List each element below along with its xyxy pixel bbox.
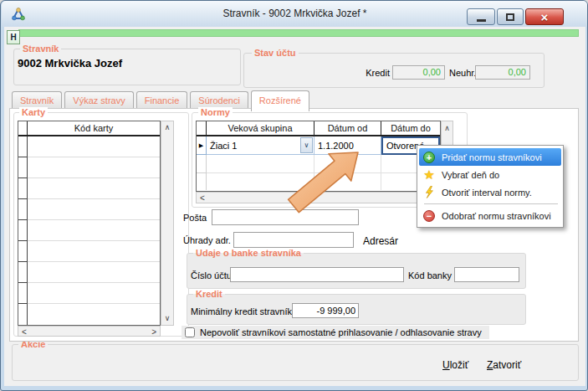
karty-empty-row[interactable] [28,241,160,262]
menu-item-odobrat-normu[interactable]: − Odobrať normu stravníkovi [419,207,561,224]
title-bar: Stravník - 9002 Mrkvička Jozef * × [2,1,588,27]
cislo-uctu-label: Číslo účtu [191,270,232,280]
banka-group-title: Udaje o banke stravníka [193,248,304,258]
scroll-up-icon[interactable]: ∧ [161,124,173,131]
adresar-button[interactable]: Adresár [363,235,398,247]
scroll-right-icon[interactable]: > [151,327,156,337]
scroll-left-icon[interactable]: < [22,327,27,337]
row-selector-icon: ▶ [197,136,207,155]
minimize-button[interactable] [467,8,495,25]
close-icon: × [541,11,549,23]
karty-empty-row[interactable] [28,220,160,241]
self-signup-label: Nepovoliť stravníkovi samostatné prihlas… [200,327,482,337]
normy-table: Veková skupina Dátum od Dátum do ▶ Žiaci… [196,121,441,192]
chevron-down-icon: ∨ [304,141,309,149]
karty-empty-row[interactable] [28,283,160,304]
menu-item-label: Pridať normu stravníkovi [442,152,542,162]
maximize-button[interactable] [497,8,524,25]
karty-vertical-scrollbar[interactable]: ∧ ∨ [161,121,174,326]
cell-datum-od[interactable]: 1.1.2000 [314,136,381,155]
karty-table: Kód karty [18,121,161,326]
kod-banky-label: Kód banky [408,270,452,280]
posta-label: Pošta [183,213,207,223]
tab-bar: Stravník Výkaz stravy Financie Súrodenci… [12,90,309,109]
minimize-icon [477,19,486,22]
kod-banky-input[interactable] [454,267,519,282]
neuhr-label: Neuhr. [449,68,476,78]
remove-icon: − [422,210,437,222]
menu-separator [424,203,558,204]
menu-item-label: Vybrať deň do [442,170,499,180]
lightning-icon [422,186,437,198]
posta-input[interactable] [212,209,359,225]
close-form-button[interactable]: Zatvoriť [487,359,521,371]
uhrady-label: Úhrady adr. [183,235,231,245]
normy-header-selector [197,121,207,135]
karty-empty-row[interactable] [28,178,160,199]
tab-stravnik[interactable]: Stravník [12,91,62,109]
karty-group-title: Karty [19,107,48,117]
cell-vekova-skupina[interactable]: Žiaci 1 ∨ [207,136,314,155]
self-signup-option-row: Nepovoliť stravníkovi samostatné prihlas… [182,326,489,339]
normy-column-header: Dátum do [381,121,440,135]
vekova-skupina-value: Žiaci 1 [210,141,237,151]
app-window: Stravník - 9002 Mrkvička Jozef * × H Str… [0,0,588,391]
normy-horizontal-scrollbar[interactable]: < [196,192,453,203]
cislo-uctu-input[interactable] [230,267,404,282]
uhrady-input[interactable] [233,232,354,248]
self-signup-checkbox[interactable] [185,327,195,337]
menu-item-pridat-normu[interactable]: + Pridať normu stravníkovi [419,148,561,166]
normy-row-current: ▶ Žiaci 1 ∨ 1.1.2000 Otvorené [197,136,440,155]
tab-financie[interactable]: Financie [136,91,188,109]
karty-horizontal-scrollbar[interactable]: < > [18,326,161,337]
kredit-value: 0,00 [392,65,445,80]
normy-empty-cell[interactable] [314,155,381,173]
min-kredit-input[interactable] [292,303,359,318]
normy-empty-cell[interactable] [207,173,314,190]
h-button[interactable]: H [7,30,20,44]
scroll-down-icon[interactable]: ∨ [161,315,173,322]
dropdown-button[interactable]: ∨ [300,137,313,153]
menu-item-label: Odobrať normu stravníkovi [442,211,551,221]
status-strip [18,29,579,37]
normy-column-header: Veková skupina [207,121,314,135]
tab-rozsirene[interactable]: Rozšírené [251,90,309,111]
normy-empty-cell[interactable] [314,173,381,190]
karty-header-selector [18,121,28,135]
kredit-group-title: Kredit [193,289,225,299]
save-button[interactable]: Uložiť [442,359,468,371]
scroll-up-icon[interactable]: ∧ [442,125,453,132]
menu-item-otvorit-interval[interactable]: Otvoriť interval normy. [419,183,561,201]
diner-name: 9002 Mrkvička Jozef [18,57,122,69]
karty-empty-row[interactable] [28,304,160,325]
context-menu: + Pridať normu stravníkovi ★ Vybrať deň … [417,145,564,228]
min-kredit-label: Minimálny kredit stravníka [191,306,297,316]
scroll-left-icon[interactable]: < [200,193,205,203]
tab-vykaz-stravy[interactable]: Výkaz stravy [64,91,133,109]
stav-uctu-group-title: Stav účtu [252,48,299,58]
stravnik-group-title: Stravník [20,44,61,54]
kredit-label: Kredit [327,68,390,78]
star-icon: ★ [422,169,437,181]
normy-column-header: Dátum od [314,121,381,135]
karty-empty-row[interactable] [28,199,160,220]
menu-item-vybrat-den[interactable]: ★ Vybrať deň do [419,166,561,183]
normy-empty-cell[interactable] [207,155,314,173]
karty-empty-row[interactable] [28,262,160,283]
close-button[interactable]: × [525,8,564,25]
karty-empty-row[interactable] [28,157,160,178]
add-icon: + [422,152,437,163]
karty-empty-row[interactable] [28,136,160,157]
maximize-icon [506,13,514,21]
tab-surodenci[interactable]: Súrodenci [190,91,248,109]
normy-group-title: Normy [198,107,233,117]
menu-item-label: Otvoriť interval normy. [442,188,532,198]
neuhr-value: 0,00 [475,65,530,80]
karty-column-header: Kód karty [28,121,160,135]
